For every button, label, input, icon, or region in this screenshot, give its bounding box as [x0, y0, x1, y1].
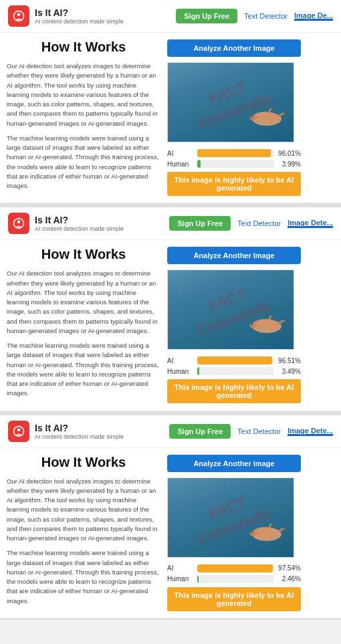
image-placeholder: FACT Crescendo: [168, 478, 294, 557]
result-banner: This image is highly likely to be AI gen…: [167, 587, 301, 611]
human-label: Human: [167, 160, 194, 168]
ai-bar-track: [197, 356, 274, 364]
human-bar-fill: [197, 575, 199, 583]
svg-point-11: [251, 323, 253, 325]
header-nav: Sign Up Free Text Detector Image Dete...: [169, 424, 333, 439]
image-placeholder: FACT Crescendo: [168, 270, 294, 349]
ai-label: AI: [167, 357, 194, 364]
logo-subtitle: AI content detection made simple: [35, 225, 124, 232]
main-content: How It Works Our AI detection tool analy…: [0, 33, 341, 203]
image-preview: FACT Crescendo: [167, 477, 294, 558]
ai-score-row: AI 96.51%: [167, 356, 301, 364]
signup-button[interactable]: Sign Up Free: [176, 9, 237, 23]
header: Is It AI? AI content detection made simp…: [0, 207, 341, 240]
header: Is It AI? AI content detection made simp…: [0, 0, 341, 33]
left-column: How It Works Our AI detection tool analy…: [7, 455, 160, 611]
ai-bar-fill: [197, 564, 273, 572]
svg-point-5: [251, 116, 253, 118]
description-1: Our AI detection tool analyzes images to…: [7, 477, 160, 544]
panel-3: Is It AI? AI content detection made simp…: [0, 415, 341, 620]
left-column: How It Works Our AI detection tool analy…: [7, 39, 160, 196]
ai-percentage: 97.54%: [277, 564, 301, 572]
animal-shape: [247, 99, 287, 135]
description-2: The machine learning models were trained…: [7, 548, 160, 606]
svg-point-17: [251, 530, 253, 532]
image-detector-link[interactable]: Image Dete...: [288, 219, 333, 228]
logo-icon: [8, 213, 29, 234]
text-detector-link[interactable]: Text Detector: [237, 427, 281, 435]
result-banner: This image is highly likely to be AI gen…: [167, 379, 301, 403]
logo-icon: [8, 421, 29, 442]
human-bar-fill: [197, 160, 201, 168]
section-title: How It Works: [7, 455, 160, 470]
ai-label: AI: [167, 150, 194, 157]
signup-button[interactable]: Sign Up Free: [169, 424, 231, 439]
human-label: Human: [167, 575, 194, 582]
logo-title: Is It AI?: [35, 215, 124, 225]
animal-shape: [247, 514, 287, 550]
result-banner: This image is highly likely to be AI gen…: [167, 172, 301, 196]
text-detector-link[interactable]: Text Detector: [244, 12, 288, 20]
ai-bar-track: [197, 564, 274, 572]
image-preview: FACT Crescendo: [167, 62, 294, 142]
description-1: Our AI detection tool analyzes images to…: [7, 62, 160, 128]
right-column: Analyze Another Image FACT Crescendo AI: [167, 39, 301, 196]
logo-text: Is It AI? AI content detection made simp…: [35, 7, 124, 25]
logo-subtitle: AI content detection made simple: [35, 433, 124, 440]
panel-1: Is It AI? AI content detection made simp…: [0, 0, 341, 205]
signup-button[interactable]: Sign Up Free: [169, 216, 231, 231]
left-column: How It Works Our AI detection tool analy…: [7, 247, 160, 403]
logo-icon: [8, 5, 29, 27]
human-percentage: 3.99%: [277, 160, 301, 168]
header: Is It AI? AI content detection made simp…: [0, 415, 341, 448]
description-2: The machine learning models were trained…: [7, 134, 160, 191]
description-2: The machine learning models were trained…: [7, 341, 160, 399]
human-bar-track: [197, 575, 274, 583]
ai-score-row: AI 97.54%: [167, 564, 301, 572]
header-nav: Sign Up Free Text Detector Image De...: [176, 9, 333, 23]
analyze-button[interactable]: Analyze Another image: [167, 455, 301, 472]
logo-text: Is It AI? AI content detection made simp…: [35, 215, 124, 232]
ai-percentage: 96.51%: [277, 357, 301, 364]
svg-point-1: [17, 13, 21, 17]
main-content: How It Works Our AI detection tool analy…: [0, 240, 341, 410]
analyze-button[interactable]: Analyze Another Image: [167, 39, 301, 57]
ai-bar-fill: [197, 149, 271, 157]
right-column: Analyze Another Image FACT Crescendo AI: [167, 247, 301, 403]
logo-title: Is It AI?: [35, 423, 124, 433]
human-bar-track: [197, 367, 274, 375]
header-nav: Sign Up Free Text Detector Image Dete...: [169, 216, 333, 231]
text-detector-link[interactable]: Text Detector: [237, 219, 281, 227]
section-title: How It Works: [7, 247, 160, 262]
ai-bar-fill: [197, 356, 272, 364]
right-column: Analyze Another image FACT Crescendo AI: [167, 455, 301, 611]
main-content: How It Works Our AI detection tool analy…: [0, 448, 341, 618]
image-preview: FACT Crescendo: [167, 270, 294, 350]
image-placeholder: FACT Crescendo: [168, 63, 294, 142]
svg-point-13: [17, 428, 21, 431]
human-score-row: Human 3.49%: [167, 367, 301, 375]
logo-subtitle: AI content detection made simple: [35, 18, 124, 25]
ai-percentage: 96.01%: [277, 150, 301, 157]
logo-text: Is It AI? AI content detection made simp…: [35, 423, 124, 440]
human-percentage: 3.49%: [277, 368, 301, 375]
ai-score-row: AI 96.01%: [167, 149, 301, 157]
animal-shape: [247, 306, 287, 342]
analyze-button[interactable]: Analyze Another Image: [167, 247, 301, 264]
human-score-row: Human 2.46%: [167, 575, 301, 583]
svg-point-7: [17, 221, 21, 224]
human-percentage: 2.46%: [277, 575, 301, 582]
panel-2: Is It AI? AI content detection made simp…: [0, 207, 341, 412]
section-title: How It Works: [7, 39, 160, 55]
human-label: Human: [167, 368, 194, 375]
human-bar-track: [197, 160, 274, 168]
human-bar-fill: [197, 367, 199, 375]
image-detector-link[interactable]: Image De...: [294, 11, 333, 21]
human-score-row: Human 3.99%: [167, 160, 301, 168]
ai-bar-track: [197, 149, 274, 157]
description-1: Our AI detection tool analyzes images to…: [7, 269, 160, 336]
ai-label: AI: [167, 564, 194, 572]
logo-title: Is It AI?: [35, 7, 124, 18]
image-detector-link[interactable]: Image Dete...: [288, 427, 333, 436]
